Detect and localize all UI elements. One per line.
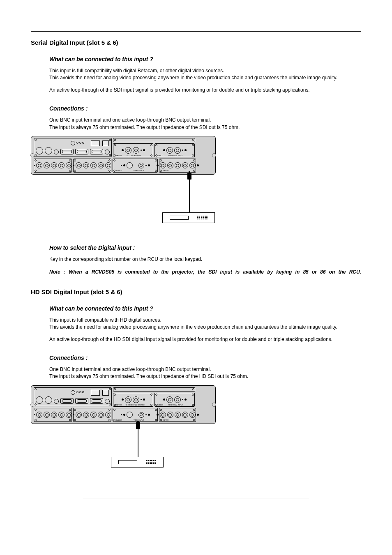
barco-label: BARCO — [116, 419, 122, 421]
bnc-connector-icon — [83, 162, 89, 168]
mini-jack-icon — [105, 399, 110, 404]
led-icon — [34, 165, 35, 166]
din-connector-icon — [36, 147, 43, 154]
sdi-label: SDI DIGITAL INPUT — [168, 404, 183, 406]
section2-p2: This avoids the need for analog video pr… — [49, 324, 361, 331]
din-connector-icon — [45, 396, 52, 404]
bottom-rule — [83, 498, 309, 498]
led-icon — [182, 150, 183, 151]
barco-label: BARCO — [163, 170, 168, 172]
bnc-connector-icon — [189, 162, 196, 168]
bnc-connector-icon — [138, 163, 144, 168]
slot-sdi-6: BARCO SDI DIGITAL INPUT — [154, 143, 195, 157]
bnc-connector-icon — [182, 412, 188, 418]
power-jack-icon — [71, 141, 75, 145]
slot-5bnc-a — [34, 159, 72, 173]
led-icon — [122, 398, 124, 401]
section1-p2: This avoids the need for analog video pr… — [49, 74, 361, 81]
bnc-connector-icon — [58, 162, 65, 168]
fuse-box-icon — [102, 390, 109, 396]
led-icon — [157, 164, 159, 166]
bnc-connector-icon — [174, 396, 181, 403]
slot-sdi-5: BARCO SDI DIGITAL INPUT — [113, 143, 153, 157]
slot-5bnc-c: BARCO — [159, 159, 196, 173]
figure-sdi-panel: BARCO SDI DIGITAL INPUT BARCO — [31, 136, 361, 232]
switch-icon — [91, 140, 100, 146]
led-icon — [73, 165, 74, 166]
bnc-connector-icon — [98, 412, 104, 418]
device-slot-icon — [118, 460, 137, 464]
hdsdi-label: HD SDI DIGITAL MODULE — [125, 404, 145, 406]
device-slot-icon — [170, 216, 189, 220]
section1-sub2: Connections : — [49, 105, 361, 112]
bnc-connector-icon — [58, 412, 65, 418]
mini-jack-icon — [54, 150, 59, 154]
device-vent-icon — [197, 216, 208, 219]
barco-label: BARCO — [157, 404, 163, 406]
dsub-connector-icon — [75, 149, 88, 154]
led-icon — [148, 164, 150, 166]
bnc-connector-icon — [76, 162, 82, 168]
slot-5bnc-c: BARCO — [159, 408, 196, 422]
bnc-connector-icon — [160, 412, 166, 418]
led-icon — [163, 398, 165, 401]
bnc-connector-icon — [182, 162, 188, 168]
bnc-connector-icon — [105, 412, 111, 418]
slot-5bnc-b — [73, 408, 111, 422]
bnc-connector-icon — [83, 412, 89, 418]
section2-p5: The input is always 75 ohm terminated. T… — [49, 373, 361, 380]
slot-control-big — [34, 138, 112, 157]
mini-jack-icon — [54, 399, 59, 404]
bnc-connector-icon — [166, 396, 173, 403]
bnc-connector-icon — [105, 162, 111, 168]
dsub-connector-icon — [90, 398, 103, 404]
projector-back-panel: BARCO SDI DIGITAL INPUT BARCO — [31, 136, 216, 175]
barco-label: BARCO — [116, 155, 122, 157]
slot-video-input: BARCO VIDEO INPUT — [113, 408, 158, 422]
slot-5bnc-a — [34, 408, 72, 422]
led-icon — [163, 149, 165, 151]
section2-p1: This input is full compatible with HD di… — [49, 317, 361, 324]
section2-p4: One BNC input terminal and one active lo… — [49, 366, 361, 373]
source-device-connection — [31, 175, 216, 232]
bnc-connector-icon — [138, 412, 144, 418]
bnc-connector-icon — [66, 412, 72, 418]
led-icon — [182, 399, 183, 400]
din-connector-icon — [45, 147, 52, 154]
section1-sub1: What can be connected to this input ? — [49, 56, 361, 62]
led-icon — [123, 414, 125, 416]
dsub-connector-icon — [60, 398, 74, 404]
video-input-label: VIDEO INPUT — [134, 170, 144, 172]
bnc-connector-icon — [36, 162, 42, 168]
led-icon — [184, 149, 187, 151]
dsub-connector-icon — [60, 149, 74, 154]
projector-back-panel: BARCO HD SDI DIGITAL MODULE BARCO — [31, 385, 216, 424]
slot-hdsdi-5: BARCO HD SDI DIGITAL MODULE — [113, 393, 153, 407]
device-vent-icon — [146, 460, 157, 464]
led-icon — [148, 414, 150, 416]
bnc-connector-icon — [51, 412, 57, 418]
dsub-connector-icon — [90, 149, 103, 154]
section2-sub2: Connections : — [49, 355, 361, 361]
led-icon — [197, 164, 199, 166]
bnc-connector-icon — [98, 162, 104, 168]
slot-video-input: BARCO VIDEO INPUT — [113, 159, 158, 173]
figure-hdsdi-panel: BARCO HD SDI DIGITAL MODULE BARCO — [31, 385, 361, 481]
led-icon — [197, 414, 199, 416]
led-icon — [141, 399, 142, 400]
led-icon — [123, 164, 125, 166]
bnc-connector-icon — [167, 412, 173, 418]
barco-label: BARCO — [116, 404, 122, 406]
bnc-connector-icon — [51, 162, 57, 168]
bnc-connector-icon — [189, 412, 196, 418]
led-icon — [145, 414, 147, 415]
svideo-connector-icon — [127, 162, 133, 168]
switch-icon — [91, 390, 100, 396]
din-connector-icon — [36, 396, 43, 404]
bnc-connector-icon — [125, 147, 131, 154]
led-icon — [184, 398, 187, 401]
section1-sub3: How to select the Digital input : — [49, 244, 361, 251]
indicator-leds-icon — [76, 391, 84, 393]
led-icon — [73, 414, 74, 415]
led-icon — [121, 165, 122, 166]
